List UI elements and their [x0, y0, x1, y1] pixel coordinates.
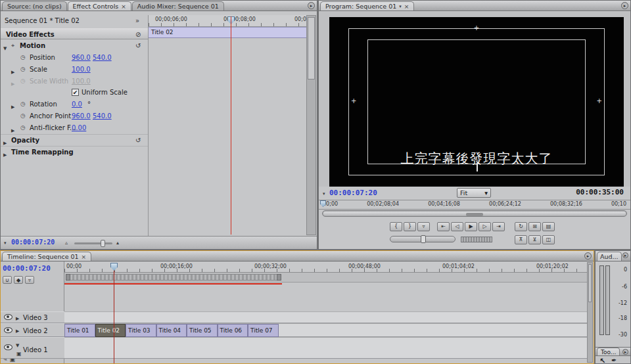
set-in-button[interactable]: {	[390, 222, 402, 231]
scrollbar-thumb[interactable]	[308, 17, 315, 80]
tab-audio-meters[interactable]: Aud...	[597, 252, 622, 261]
viewing-area-thumb[interactable]	[323, 212, 626, 216]
toggle-track-output-icon[interactable]	[4, 314, 12, 320]
zoom-out-icon[interactable]: ▵	[65, 240, 68, 246]
viewing-area-grip[interactable]	[466, 213, 483, 216]
tab-audio-mixer[interactable]: Audio Mixer: Sequence 01	[132, 1, 224, 11]
chevron-down-icon[interactable]: ▾	[4, 240, 7, 246]
timeline-clip[interactable]: Title 07	[248, 324, 279, 337]
track-lane-video1[interactable]	[64, 337, 587, 359]
effects-badge-icon[interactable]: ⊘	[135, 29, 141, 40]
twirl-open-icon[interactable]: ▼	[16, 343, 19, 348]
vertical-scrollbar[interactable]	[306, 15, 316, 235]
snap-button[interactable]: ∪	[3, 276, 12, 284]
set-display-style-icon[interactable]: ▣	[16, 351, 22, 357]
transform-handle-left[interactable]: +	[351, 98, 356, 104]
effect-name[interactable]: Motion	[20, 40, 45, 51]
uniform-scale-checkbox[interactable]: ✔	[72, 89, 79, 96]
stopwatch-icon[interactable]: ◷	[20, 110, 26, 122]
zoom-in-icon[interactable]: ▴	[116, 240, 119, 246]
track-lane-video3[interactable]	[64, 311, 587, 323]
panel-menu-icon[interactable]: ▸	[621, 2, 628, 9]
panel-menu-icon[interactable]: ▸	[622, 252, 628, 258]
twirl-closed-icon[interactable]: ▶	[16, 329, 19, 334]
param-value-x[interactable]: 960.0	[72, 52, 91, 63]
work-area-bar[interactable]	[64, 273, 587, 283]
set-marker-button[interactable]: ▿	[25, 276, 34, 284]
chevron-down-icon[interactable]: ▾	[323, 191, 325, 196]
work-area-start-handle[interactable]	[66, 274, 70, 281]
toggle-track-output-icon[interactable]	[4, 344, 12, 350]
step-forward-button[interactable]: ▷	[479, 222, 491, 231]
effect-name[interactable]: Time Remapping	[11, 147, 74, 158]
stopwatch-icon[interactable]: ◷	[20, 99, 26, 110]
twirl-closed-icon[interactable]: ▶	[16, 316, 19, 321]
timeline-clip[interactable]: Title 01	[64, 324, 95, 337]
track-lane-video2[interactable]: Title 01 Title 02 Title 03 Title 04 Titl…	[64, 323, 587, 337]
tab-source[interactable]: Source: (no clips)	[2, 1, 67, 11]
go-to-in-button[interactable]: ⇤	[437, 222, 450, 231]
param-value-x[interactable]: 960.0	[72, 110, 91, 122]
close-icon[interactable]: ×	[82, 254, 87, 260]
mini-timeline-clip[interactable]: Title 02	[149, 27, 306, 38]
stopwatch-icon[interactable]: ◷	[20, 122, 26, 133]
lift-button[interactable]: ⊼	[515, 235, 527, 244]
tab-effect-controls[interactable]: Effect Controls×	[68, 1, 131, 11]
shuttle-thumb[interactable]	[421, 235, 426, 243]
scrollbar-thumb[interactable]	[588, 264, 592, 302]
current-timecode[interactable]: 00:00:07:20	[329, 189, 377, 197]
show-hide-timeline-icon[interactable]: »	[135, 15, 139, 26]
panel-menu-icon[interactable]: ▸	[584, 252, 592, 260]
close-icon[interactable]: ×	[404, 3, 409, 10]
work-area-end-handle[interactable]	[277, 274, 281, 281]
param-value-y[interactable]: 540.0	[93, 52, 112, 63]
play-button[interactable]: ▶	[465, 222, 477, 231]
twirl-closed-icon[interactable]: ▶	[3, 150, 7, 161]
panel-menu-icon[interactable]: ▸	[622, 349, 628, 355]
program-video[interactable]: + + + 上完字幕後發現字太大了	[329, 17, 624, 187]
timeline-clip[interactable]: Title 04	[156, 324, 187, 337]
output-button[interactable]: ▤	[542, 222, 555, 231]
vertical-scrollbar[interactable]	[587, 262, 593, 363]
go-to-out-button[interactable]: ⇥	[492, 222, 505, 231]
effect-name[interactable]: Opacity	[11, 135, 39, 146]
stopwatch-icon[interactable]: ◷	[20, 64, 26, 75]
set-encore-marker-button[interactable]: ◆	[14, 276, 23, 284]
param-value-y[interactable]: 540.0	[93, 110, 112, 122]
program-ruler[interactable]: 00;00 00;02;08;04 00;04;16;08 00;06;24;1…	[319, 200, 630, 210]
reset-icon[interactable]: ↺	[135, 135, 141, 146]
timeline-clip-selected[interactable]: Title 02	[95, 324, 126, 337]
transform-handle-top[interactable]: +	[474, 25, 479, 32]
work-area-segment[interactable]	[66, 274, 281, 281]
tab-tools[interactable]: Too...	[597, 348, 620, 355]
safe-margins-button[interactable]: ⊞	[528, 222, 541, 231]
zoom-slider-thumb[interactable]	[101, 240, 105, 247]
set-marker-button[interactable]: ▿	[417, 222, 430, 231]
timeline-clip[interactable]: Title 05	[187, 324, 218, 337]
timeline-clip[interactable]: Title 06	[218, 324, 248, 337]
param-value[interactable]: 0.00	[72, 122, 86, 133]
shuttle-slider[interactable]	[390, 236, 456, 242]
stopwatch-icon[interactable]: ◷	[20, 52, 26, 63]
reset-icon[interactable]: ↺	[135, 40, 141, 51]
panel-menu-icon[interactable]: ▸	[308, 2, 315, 9]
param-value[interactable]: 100.0	[72, 64, 91, 75]
pen-tool-button[interactable]: ✒	[611, 357, 617, 364]
set-out-button[interactable]: }	[404, 222, 416, 231]
zoom-slider[interactable]	[74, 242, 112, 244]
param-value[interactable]: 0.0	[72, 99, 82, 110]
extract-button[interactable]: ⊻	[528, 235, 541, 244]
selection-tool-button[interactable]: ↖	[599, 357, 605, 364]
tab-timeline[interactable]: Timeline: Sequence 01 ×	[2, 252, 91, 261]
timeline-ruler[interactable]: 00;00 00;00;16;00 00;00;32;00 00;00;48;0…	[64, 262, 587, 273]
transform-handle-right[interactable]: +	[597, 98, 602, 104]
viewing-area-bar[interactable]	[322, 210, 627, 217]
tab-program[interactable]: Program: Sequence 01 ▾ ×	[320, 1, 414, 11]
loop-button[interactable]: ↻	[515, 222, 527, 231]
zoom-level-select[interactable]: Fit ▾	[457, 188, 491, 198]
export-frame-button[interactable]: ◫	[542, 235, 555, 244]
chevron-down-icon[interactable]: ▾	[399, 4, 402, 9]
jog-disk[interactable]	[461, 237, 492, 242]
toggle-track-output-icon[interactable]	[4, 327, 12, 333]
timeline-clip[interactable]: Title 03	[126, 324, 156, 337]
